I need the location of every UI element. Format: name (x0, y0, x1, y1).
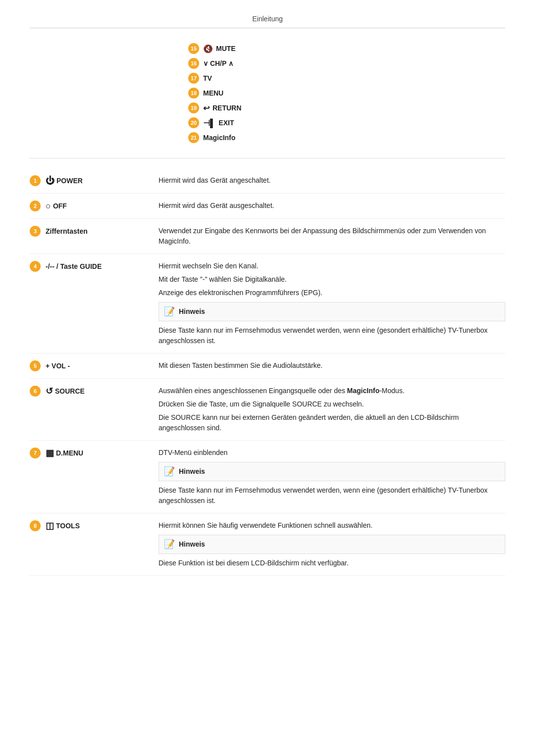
content-section: 1 ⏻ POWER Hiermit wird das Gerät angesch… (30, 158, 505, 576)
badge-8: 8 (30, 520, 41, 531)
ziff-label: Zifferntasten (46, 227, 88, 235)
mute-label: MUTE (216, 45, 236, 52)
exit-label: EXIT (218, 119, 234, 127)
exit-icon: ⊣▌ (203, 118, 215, 128)
table-row: 6 ↺ SOURCE Auswählen eines angeschlossen… (30, 379, 505, 441)
item-label-ziff: 3 Zifferntasten (30, 226, 159, 237)
badge-17: 17 (188, 73, 199, 84)
badge-5: 5 (30, 360, 41, 371)
item-desc-guide: Hiermit wechseln Sie den Kanal. Mit der … (159, 261, 505, 346)
table-row: 8 ◫ TOOLS Hiermit können Sie häufig verw… (30, 513, 505, 576)
guide-label: -/-- / Taste GUIDE (46, 262, 102, 270)
item-label-off: 2 ○ OFF (30, 201, 159, 211)
badge-20: 20 (188, 117, 199, 128)
badge-2: 2 (30, 201, 41, 211)
off-label: OFF (53, 202, 67, 210)
list-item-mute: 15 🔇 MUTE (188, 43, 505, 54)
badge-18: 18 (188, 88, 199, 99)
tools-icon: ◫ (46, 520, 54, 531)
hinweis-label-dmenu: Hinweis (179, 466, 205, 477)
source-icon: ↺ (46, 386, 53, 397)
tv-label: TV (203, 74, 212, 82)
magicinfo-label: MagicInfo (203, 134, 235, 142)
power-label: POWER (56, 177, 83, 185)
page-header: Einleitung (30, 15, 505, 28)
item-label-power: 1 ⏻ POWER (30, 175, 159, 186)
return-label: RETURN (213, 104, 241, 112)
table-row: 7 ▦ D.MENU DTV-Menü einblenden 📝 Hinweis… (30, 441, 505, 513)
table-row: 1 ⏻ POWER Hiermit wird das Gerät angesch… (30, 168, 505, 194)
top-button-list: 15 🔇 MUTE 16 ∨ CH/P ∧ 17 TV 18 MENU 19 ↩… (188, 43, 505, 143)
list-item-return: 19 ↩ RETURN (188, 102, 505, 113)
item-label-tools: 8 ◫ TOOLS (30, 520, 159, 531)
note-icon-guide: 📝 (164, 305, 175, 318)
note-icon-tools: 📝 (164, 538, 175, 551)
list-item-exit: 20 ⊣▌ EXIT (188, 117, 505, 128)
table-row: 4 -/-- / Taste GUIDE Hiermit wechseln Si… (30, 254, 505, 353)
item-label-vol: 5 + VOL - (30, 360, 159, 371)
badge-3: 3 (30, 226, 41, 237)
hinweis-box-dmenu: 📝 Hinweis (159, 462, 505, 481)
page-title: Einleitung (252, 15, 283, 23)
item-desc-vol: Mit diesen Tasten bestimmen Sie die Audi… (159, 360, 505, 371)
tools-label: TOOLS (56, 522, 80, 530)
note-icon-dmenu: 📝 (164, 465, 175, 478)
magicinfo-ref: MagicInfo (347, 387, 379, 395)
item-desc-dmenu: DTV-Menü einblenden 📝 Hinweis Diese Tast… (159, 448, 505, 506)
item-desc-off: Hiermit wird das Gerät ausgeschaltet. (159, 201, 505, 211)
hinweis-label-guide: Hinweis (179, 306, 205, 317)
item-label-dmenu: 7 ▦ D.MENU (30, 448, 159, 458)
badge-16: 16 (188, 58, 199, 69)
dmenu-label: D.MENU (56, 449, 83, 457)
power-icon: ⏻ (46, 176, 54, 186)
item-desc-source: Auswählen eines angeschlossenen Eingangs… (159, 386, 505, 433)
badge-21: 21 (188, 132, 199, 143)
vol-label: + VOL - (46, 362, 70, 370)
item-desc-power: Hiermit wird das Gerät angeschaltet. (159, 175, 505, 186)
table-row: 3 Zifferntasten Verwendet zur Eingabe de… (30, 219, 505, 254)
hinweis-label-tools: Hinweis (179, 539, 205, 550)
badge-6: 6 (30, 386, 41, 397)
dmenu-icon: ▦ (46, 448, 54, 458)
badge-7: 7 (30, 448, 41, 458)
badge-15: 15 (188, 43, 199, 54)
item-label-source: 6 ↺ SOURCE (30, 386, 159, 397)
return-icon: ↩ (203, 103, 210, 113)
item-label-guide: 4 -/-- / Taste GUIDE (30, 261, 159, 272)
list-item-chp: 16 ∨ CH/P ∧ (188, 58, 505, 69)
badge-1: 1 (30, 175, 41, 186)
table-row: 2 ○ OFF Hiermit wird das Gerät ausgescha… (30, 194, 505, 219)
table-row: 5 + VOL - Mit diesen Tasten bestimmen Si… (30, 353, 505, 379)
badge-4: 4 (30, 261, 41, 272)
badge-19: 19 (188, 102, 199, 113)
item-desc-ziff: Verwendet zur Eingabe des Kennworts bei … (159, 226, 505, 247)
list-item-menu: 18 MENU (188, 88, 505, 99)
mute-icon: 🔇 (203, 44, 213, 53)
source-label: SOURCE (55, 387, 85, 395)
list-item-tv: 17 TV (188, 73, 505, 84)
hinweis-box-tools: 📝 Hinweis (159, 535, 505, 554)
item-desc-tools: Hiermit können Sie häufig verwendete Fun… (159, 520, 505, 568)
list-item-magicinfo: 21 MagicInfo (188, 132, 505, 143)
menu-label: MENU (203, 89, 223, 97)
chp-label: ∨ CH/P ∧ (203, 59, 233, 67)
off-icon: ○ (46, 201, 51, 211)
hinweis-box-guide: 📝 Hinweis (159, 302, 505, 321)
